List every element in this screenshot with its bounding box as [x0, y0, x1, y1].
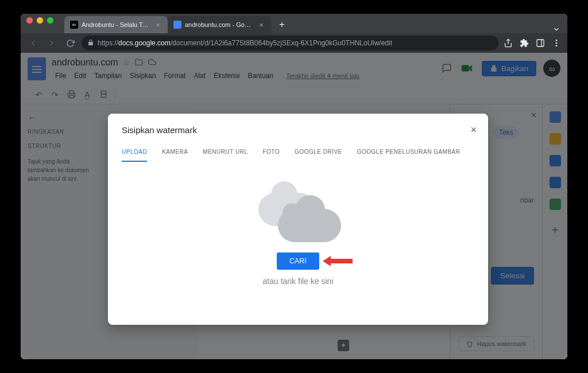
tab-photos[interactable]: FOTO [262, 149, 280, 162]
window-close[interactable] [26, 17, 33, 24]
tab-image-search[interactable]: GOOGLE PENELUSURAN GAMBAR [357, 149, 461, 162]
svg-point-5 [556, 45, 558, 46]
tab-drive[interactable]: GOOGLE DRIVE [295, 149, 342, 162]
browse-button[interactable]: CARI [277, 252, 319, 270]
browser-chrome: ∞ Androbuntu - Selalu Tahu Tekn × androb… [21, 14, 567, 53]
panel-icon[interactable] [535, 38, 546, 48]
svg-marker-9 [323, 256, 353, 266]
tab-title: Androbuntu - Selalu Tahu Tekn [82, 21, 150, 28]
tab-favicon-icon: ∞ [70, 21, 78, 29]
svg-rect-1 [537, 40, 544, 46]
extensions-icon[interactable] [519, 38, 529, 48]
window-chevron-icon[interactable] [552, 25, 560, 33]
tab-close-icon[interactable]: × [154, 21, 162, 29]
modal-title: Sisipkan watermark [122, 125, 474, 135]
drag-hint-text: atau tarik file ke sini [263, 277, 334, 286]
browser-tab-active[interactable]: androbuntu.com - Google Dok × [168, 16, 271, 33]
new-tab-button[interactable]: + [274, 17, 289, 32]
tab-camera[interactable]: KAMERA [162, 149, 188, 162]
nav-back-button[interactable] [26, 36, 40, 50]
tab-close-icon[interactable]: × [257, 21, 265, 29]
share-url-icon[interactable] [503, 38, 513, 48]
modal-close-button[interactable]: × [470, 124, 477, 136]
url-domain: docs.google.com [118, 39, 171, 47]
insert-watermark-modal: Sisipkan watermark × UPLOAD KAMERA MENUR… [108, 114, 488, 325]
window-maximize[interactable] [47, 17, 53, 24]
nav-forward-button[interactable] [45, 36, 59, 50]
url-prefix: https:// [98, 39, 118, 47]
browser-window: ∞ Androbuntu - Selalu Tahu Tekn × androb… [21, 14, 567, 359]
url-path: /document/d/1A2i6a77St8B064by5zjSExq-6X1… [171, 39, 392, 47]
svg-point-4 [556, 42, 558, 44]
tab-upload[interactable]: UPLOAD [122, 149, 147, 162]
upload-dropzone[interactable]: CARI atau tarik file ke sini [122, 162, 474, 313]
modal-tabs: UPLOAD KAMERA MENURUT URL FOTO GOOGLE DR… [122, 149, 474, 162]
url-text: https://docs.google.com/document/d/1A2i6… [98, 39, 392, 47]
cloud-upload-icon [255, 191, 341, 242]
annotation-arrow-icon [323, 255, 353, 267]
tab-by-url[interactable]: MENURUT URL [203, 149, 247, 162]
docs-area: androbuntu.com ☆ File Edit Tampilan [21, 53, 567, 359]
menu-dots-icon[interactable] [551, 38, 562, 48]
svg-point-3 [556, 40, 558, 41]
tab-favicon-icon [173, 21, 181, 29]
nav-reload-button[interactable] [63, 36, 77, 50]
browser-tab[interactable]: ∞ Androbuntu - Selalu Tahu Tekn × [64, 16, 168, 33]
url-bar[interactable]: https://docs.google.com/document/d/1A2i6… [82, 36, 498, 50]
tab-title: androbuntu.com - Google Dok [185, 21, 254, 28]
window-minimize[interactable] [37, 17, 43, 24]
tab-strip: ∞ Androbuntu - Selalu Tahu Tekn × androb… [21, 14, 567, 33]
lock-icon [87, 39, 94, 48]
address-bar-row: https://docs.google.com/document/d/1A2i6… [21, 33, 567, 53]
